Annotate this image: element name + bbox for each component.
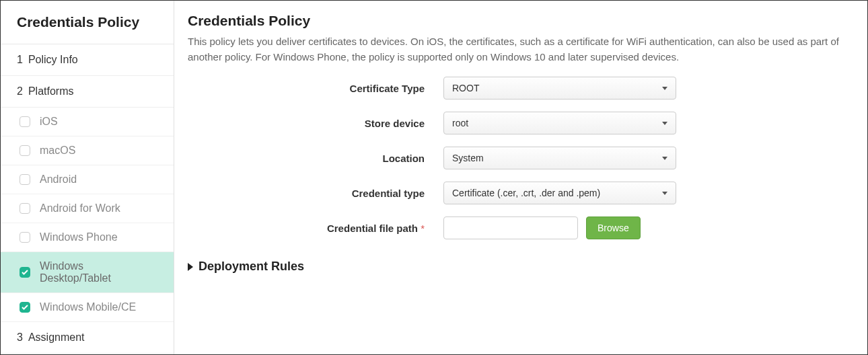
chevron-down-icon [662, 157, 667, 160]
label-store-device: Store device [188, 118, 443, 129]
step-label: Policy Info [28, 54, 78, 66]
nav-step-platforms[interactable]: 2 Platforms [1, 76, 174, 108]
browse-button[interactable]: Browse [586, 216, 641, 239]
platform-item-android[interactable]: Android [1, 165, 174, 194]
row-credential-file-path: Credential file path * Browse [188, 216, 854, 239]
label-credential-file-path: Credential file path * [188, 223, 443, 234]
platform-label: Windows Phone [40, 231, 118, 243]
platform-label: Windows Desktop/Tablet [40, 260, 157, 284]
checkbox-icon[interactable] [20, 232, 30, 243]
label-credential-type: Credential type [188, 188, 443, 199]
step-label: Assignment [28, 331, 85, 344]
row-credential-type: Credential type Certificate (.cer, .crt,… [188, 182, 854, 204]
checkbox-icon[interactable] [20, 203, 30, 214]
chevron-down-icon [662, 122, 667, 125]
select-value: ROOT [452, 83, 479, 93]
platform-label: macOS [40, 145, 75, 157]
section-deployment-rules[interactable]: Deployment Rules [188, 260, 854, 274]
nav-step-policy-info[interactable]: 1 Policy Info [1, 44, 174, 76]
caret-right-icon [188, 263, 193, 271]
select-value: Certificate (.cer, .crt, .der and .pem) [452, 188, 600, 198]
nav-step-assignment[interactable]: 3 Assignment [1, 322, 174, 354]
checkbox-icon[interactable] [20, 174, 30, 185]
row-store-device: Store device root [188, 112, 854, 134]
sidebar-title: Credentials Policy [1, 1, 174, 44]
platform-item-windows-phone[interactable]: Windows Phone [1, 223, 174, 252]
platform-label: iOS [40, 116, 58, 128]
platform-item-android-for-work[interactable]: Android for Work [1, 194, 174, 223]
step-number: 3 [17, 331, 23, 344]
input-credential-file-path[interactable] [443, 216, 578, 239]
checkbox-icon[interactable] [20, 116, 30, 127]
checkbox-icon[interactable] [20, 145, 30, 156]
platform-item-windows-desktop-tablet[interactable]: Windows Desktop/Tablet [1, 252, 174, 293]
select-location[interactable]: System [443, 147, 676, 169]
step-label: Platforms [28, 85, 74, 97]
chevron-down-icon [662, 192, 667, 195]
checkbox-icon[interactable] [20, 267, 30, 278]
platform-item-windows-mobile-ce[interactable]: Windows Mobile/CE [1, 293, 174, 322]
select-value: root [452, 118, 468, 128]
required-asterisk: * [421, 223, 425, 234]
select-credential-type[interactable]: Certificate (.cer, .crt, .der and .pem) [443, 182, 676, 204]
select-certificate-type[interactable]: ROOT [443, 77, 676, 100]
app-frame: Credentials Policy 1 Policy Info 2 Platf… [0, 0, 868, 355]
platform-label: Android [40, 173, 77, 186]
label-certificate-type: Certificate Type [188, 83, 443, 94]
platform-item-ios[interactable]: iOS [1, 108, 174, 136]
platform-label: Android for Work [40, 202, 120, 214]
select-store-device[interactable]: root [443, 112, 676, 134]
row-location: Location System [188, 147, 854, 169]
step-number: 1 [17, 54, 23, 66]
step-number: 2 [17, 85, 23, 97]
select-value: System [452, 153, 484, 163]
platform-item-macos[interactable]: macOS [1, 136, 174, 165]
chevron-down-icon [662, 87, 667, 90]
checkbox-icon[interactable] [20, 302, 30, 313]
row-certificate-type: Certificate Type ROOT [188, 77, 854, 100]
sidebar: Credentials Policy 1 Policy Info 2 Platf… [1, 1, 174, 354]
label-text: Credential file path [327, 223, 418, 234]
page-title: Credentials Policy [188, 13, 854, 29]
section-title: Deployment Rules [198, 260, 304, 274]
main-panel: Credentials Policy This policy lets you … [174, 1, 867, 354]
page-description: This policy lets you deliver certificate… [188, 34, 854, 65]
label-location: Location [188, 153, 443, 164]
platform-label: Windows Mobile/CE [40, 301, 136, 313]
